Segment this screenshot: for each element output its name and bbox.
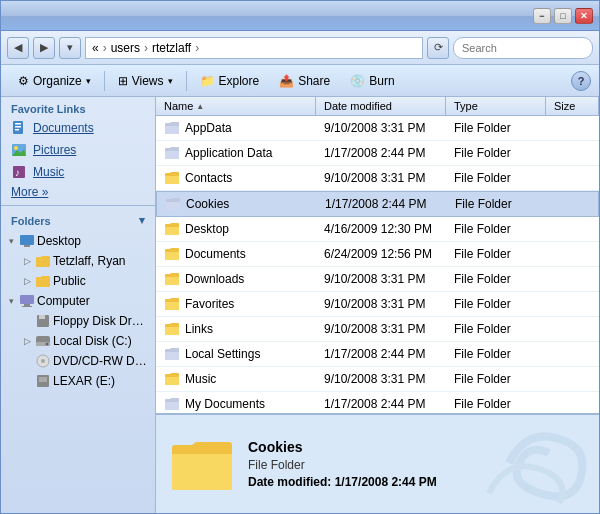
file-date-cell: 9/10/2008 3:31 PM — [316, 169, 446, 187]
sidebar-item-music[interactable]: ♪ Music — [1, 161, 155, 183]
dropdown-button[interactable]: ▾ — [59, 37, 81, 59]
expand-icon[interactable]: ▾ — [5, 235, 17, 247]
file-name: Downloads — [185, 272, 244, 286]
views-button[interactable]: ⊞ Views ▾ — [109, 69, 182, 93]
sidebar-more-link[interactable]: More » — [1, 183, 155, 201]
back-button[interactable]: ◀ — [7, 37, 29, 59]
file-icon — [164, 170, 180, 186]
table-row[interactable]: Downloads 9/10/2008 3:31 PM File Folder — [156, 267, 599, 292]
help-button[interactable]: ? — [571, 71, 591, 91]
file-type-cell: File Folder — [446, 119, 546, 137]
table-row[interactable]: Application Data 1/17/2008 2:44 PM File … — [156, 141, 599, 166]
breadcrumb-folder[interactable]: rtetzlaff — [152, 41, 191, 55]
tree-item-label: Computer — [37, 294, 90, 308]
file-name: Local Settings — [185, 347, 260, 361]
col-header-name[interactable]: Name ▲ — [156, 97, 316, 115]
organize-icon: ⚙ — [18, 74, 29, 88]
maximize-button[interactable]: □ — [554, 8, 572, 24]
search-input[interactable] — [462, 42, 600, 54]
harddrive-icon — [35, 333, 51, 349]
tree-item-localdisk[interactable]: ▷ Local Disk (C:) — [1, 331, 155, 351]
file-icon — [164, 321, 180, 337]
file-name-cell: Contacts — [156, 168, 316, 188]
explore-button[interactable]: 📁 Explore — [191, 69, 269, 93]
breadcrumb[interactable]: « › users › rtetzlaff › — [85, 37, 423, 59]
tree-item-floppy[interactable]: Floppy Disk Dr… — [1, 311, 155, 331]
expand-icon[interactable]: ▷ — [21, 335, 33, 347]
organize-dropdown-icon: ▾ — [86, 76, 91, 86]
folders-header[interactable]: Folders ▾ — [1, 210, 155, 229]
svg-rect-13 — [22, 306, 32, 307]
sidebar-item-documents[interactable]: Documents — [1, 117, 155, 139]
tree-item-dvd[interactable]: DVD/CD-RW D… — [1, 351, 155, 371]
file-name-cell: Links — [156, 319, 316, 339]
search-bar[interactable]: 🔍 — [453, 37, 593, 59]
file-name-cell: Application Data — [156, 143, 316, 163]
file-type-cell: File Folder — [446, 270, 546, 288]
tree-item-label: Desktop — [37, 234, 81, 248]
tree-item-label: Tetzlaff, Ryan — [53, 254, 125, 268]
decorative-bg — [429, 413, 589, 513]
file-type-cell: File Folder — [446, 169, 546, 187]
minimize-button[interactable]: − — [533, 8, 551, 24]
expand-icon[interactable]: ▷ — [21, 255, 33, 267]
svg-text:♪: ♪ — [15, 167, 20, 178]
table-row[interactable]: Favorites 9/10/2008 3:31 PM File Folder — [156, 292, 599, 317]
refresh-button[interactable]: ⟳ — [427, 37, 449, 59]
table-row[interactable]: Local Settings 1/17/2008 2:44 PM File Fo… — [156, 342, 599, 367]
file-size-cell — [546, 176, 599, 180]
col-header-size[interactable]: Size — [546, 97, 599, 115]
forward-button[interactable]: ▶ — [33, 37, 55, 59]
music-icon: ♪ — [11, 164, 27, 180]
file-name: Application Data — [185, 146, 272, 160]
tree-item-public[interactable]: ▷ Public — [1, 271, 155, 291]
tree-item-tetzlaff[interactable]: ▷ Tetzlaff, Ryan — [1, 251, 155, 271]
file-name: My Documents — [185, 397, 265, 411]
file-icon — [164, 246, 180, 262]
table-row[interactable]: Documents 6/24/2009 12:56 PM File Folder — [156, 242, 599, 267]
sidebar-item-pictures[interactable]: Pictures — [1, 139, 155, 161]
expand-icon[interactable]: ▾ — [5, 295, 17, 307]
close-button[interactable]: ✕ — [575, 8, 593, 24]
file-name: Cookies — [186, 197, 229, 211]
file-name-cell: Downloads — [156, 269, 316, 289]
table-row[interactable]: My Documents 1/17/2008 2:44 PM File Fold… — [156, 392, 599, 413]
expand-icon[interactable]: ▷ — [21, 275, 33, 287]
file-size-cell — [546, 151, 599, 155]
file-icon — [165, 196, 181, 212]
file-date-cell: 9/10/2008 3:31 PM — [316, 119, 446, 137]
table-row[interactable]: Contacts 9/10/2008 3:31 PM File Folder — [156, 166, 599, 191]
file-name: AppData — [185, 121, 232, 135]
col-header-type[interactable]: Type — [446, 97, 546, 115]
organize-button[interactable]: ⚙ Organize ▾ — [9, 69, 100, 93]
burn-button[interactable]: 💿 Burn — [341, 69, 403, 93]
file-date-cell: 6/24/2009 12:56 PM — [316, 245, 446, 263]
folder-icon — [35, 273, 51, 289]
file-date-cell: 1/17/2008 2:44 PM — [316, 345, 446, 363]
svg-point-18 — [46, 343, 49, 346]
file-date-cell: 1/17/2008 2:44 PM — [316, 144, 446, 162]
table-row[interactable]: Desktop 4/16/2009 12:30 PM File Folder — [156, 217, 599, 242]
file-icon — [164, 120, 180, 136]
file-type-cell: File Folder — [447, 195, 547, 213]
file-type-cell: File Folder — [446, 295, 546, 313]
views-dropdown-icon: ▾ — [168, 76, 173, 86]
preview-type: File Folder — [248, 458, 437, 472]
table-row[interactable]: AppData 9/10/2008 3:31 PM File Folder — [156, 116, 599, 141]
file-type-cell: File Folder — [446, 220, 546, 238]
table-row[interactable]: Cookies 1/17/2008 2:44 PM File Folder — [156, 191, 599, 217]
col-header-date[interactable]: Date modified — [316, 97, 446, 115]
file-icon — [164, 271, 180, 287]
tree-item-computer[interactable]: ▾ Computer — [1, 291, 155, 311]
breadcrumb-users[interactable]: users — [111, 41, 140, 55]
file-date-cell: 1/17/2008 2:44 PM — [317, 195, 447, 213]
table-row[interactable]: Music 9/10/2008 3:31 PM File Folder — [156, 367, 599, 392]
share-button[interactable]: 📤 Share — [270, 69, 339, 93]
tree-item-lexar[interactable]: LEXAR (E:) — [1, 371, 155, 391]
file-icon — [164, 296, 180, 312]
file-type-cell: File Folder — [446, 370, 546, 388]
tree-item-desktop[interactable]: ▾ Desktop — [1, 231, 155, 251]
forward-icon: ▶ — [40, 41, 48, 54]
table-row[interactable]: Links 9/10/2008 3:31 PM File Folder — [156, 317, 599, 342]
drive-icon — [35, 313, 51, 329]
